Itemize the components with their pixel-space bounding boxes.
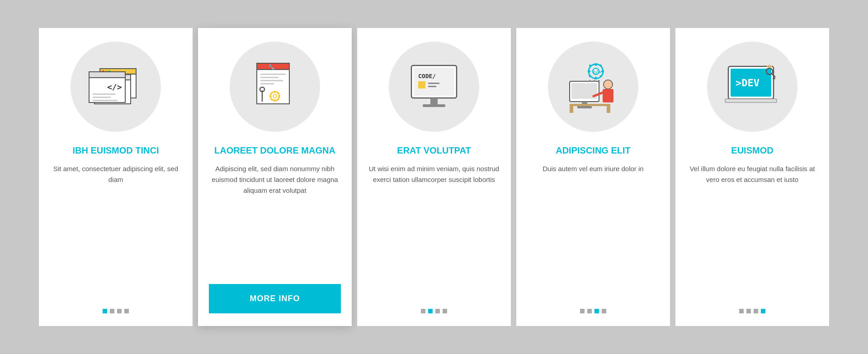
card-2-icon-circle: 🔧 [230,42,320,132]
svg-point-61 [589,80,591,82]
card-5-icon-circle: >DEV [707,42,797,132]
svg-rect-12 [93,100,118,101]
card-3-dots [421,309,447,313]
svg-rect-35 [418,81,425,88]
svg-rect-11 [93,97,111,98]
card-1-desc: Sit amet, consectetuer adipiscing elit, … [50,163,182,296]
svg-rect-18 [260,80,283,81]
svg-rect-36 [428,83,439,84]
svg-text:</>: </> [107,82,122,92]
dot-4-4 [602,309,606,313]
svg-rect-10 [93,93,115,95]
svg-text:>DEV: >DEV [736,77,760,88]
card-4: </> [516,28,670,326]
svg-text:CODE/: CODE/ [418,73,436,79]
card-1-icon-circle: </> [71,42,161,132]
card-4-dots [580,309,606,313]
svg-rect-23 [274,99,276,102]
card-3-desc: Ut wisi enim ad minim veniam, quis nostr… [368,163,500,296]
code-monitor-icon: CODE/ [405,61,463,113]
svg-rect-17 [260,77,278,78]
dot-1-3 [117,309,122,313]
dev-laptop-icon: >DEV [723,61,782,113]
card-1: </> IBH EUISMOD TINCI Sit amet, consecte… [39,28,193,326]
svg-point-55 [604,80,613,89]
svg-rect-8 [89,72,125,78]
svg-rect-43 [595,77,597,79]
dot-3-2 [428,309,433,313]
svg-rect-37 [428,86,436,87]
svg-point-63 [598,80,600,82]
svg-rect-39 [423,104,445,107]
dot-3-4 [443,309,447,313]
card-5-dots [739,309,765,313]
svg-rect-45 [601,70,604,72]
svg-rect-19 [260,83,274,84]
card-3-title: ERAT VOLUTPAT [397,144,471,156]
developer-icon: </> [563,61,624,113]
dot-4-3 [594,309,599,313]
svg-rect-59 [570,106,573,113]
dot-1-2 [110,309,114,313]
svg-rect-38 [430,98,438,104]
svg-point-62 [594,80,595,82]
doc-settings-icon: 🔧 [248,61,302,113]
svg-rect-24 [269,95,272,97]
svg-rect-25 [278,95,280,97]
card-5: >DEV EUISMOD Vel illum dolore eu feu [675,28,829,326]
dot-3-3 [435,309,440,313]
dot-5-2 [746,309,751,313]
dot-3-1 [421,309,425,313]
svg-rect-67 [725,99,777,102]
card-3: CODE/ ERAT VOLUTPAT Ut wisi enim ad mini… [357,28,511,326]
svg-rect-44 [588,70,590,72]
svg-text:🔧: 🔧 [268,64,275,70]
card-5-title: EUISMOD [731,144,773,156]
dot-4-2 [587,309,592,313]
card-4-title: ADIPISCING ELIT [556,144,631,156]
card-2: 🔧 [198,28,352,326]
card-2-title: LAOREET DOLORE MAGNA [214,144,335,156]
cards-container: </> IBH EUISMOD TINCI Sit amet, consecte… [39,28,829,326]
svg-rect-60 [607,106,610,113]
card-5-desc: Vel illum dolore eu feugiat nulla facili… [686,163,818,296]
svg-rect-22 [274,91,276,93]
svg-rect-58 [570,104,610,106]
dot-5-3 [754,309,758,313]
svg-rect-42 [595,63,597,66]
svg-rect-54 [577,106,592,108]
more-info-button[interactable]: MORE INFO [209,284,341,313]
dot-1-4 [124,309,129,313]
dot-5-1 [739,309,744,313]
svg-rect-56 [603,89,613,102]
card-4-desc: Duis autem vel eum iriure dolor in [542,163,643,296]
dot-5-4 [761,309,765,313]
card-2-desc: Adipiscing elit, sed diam nonummy nibh e… [209,163,341,273]
card-3-icon-circle: CODE/ [389,42,479,132]
dot-1-1 [103,309,107,313]
card-4-icon-circle: </> [548,42,638,132]
card-1-title: IBH EUISMOD TINCI [72,144,159,156]
web-code-icon: </> [86,62,145,112]
card-1-dots [103,309,129,313]
dot-4-1 [580,309,585,313]
svg-text:</>: </> [592,69,601,75]
svg-rect-16 [260,74,286,75]
